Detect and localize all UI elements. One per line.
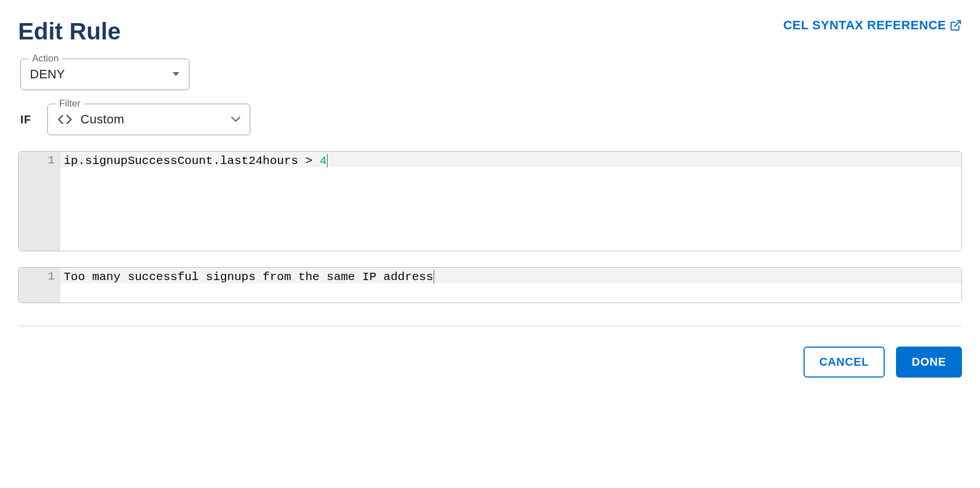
divider [18,326,962,326]
action-label: Action [29,53,62,64]
editor-gutter: 1 [19,152,60,251]
external-link-icon [950,19,962,32]
cancel-button[interactable]: CANCEL [804,347,885,378]
editor-gutter: 1 [19,268,60,303]
text-cursor [327,154,328,167]
code-area[interactable]: Too many successful signups from the sam… [60,268,961,303]
caret-down-icon [172,72,180,77]
done-button[interactable]: DONE [896,347,962,378]
editor-blank-area [60,167,961,251]
message-text: Too many successful signups from the sam… [64,270,433,283]
action-select[interactable]: Action DENY [20,59,189,90]
code-number: 4 [320,154,327,167]
page-title: Edit Rule [18,18,121,45]
action-value: DENY [30,67,172,82]
message-editor[interactable]: 1 Too many successful signups from the s… [18,267,962,303]
cel-syntax-reference-label: CEL SYNTAX REFERENCE [783,18,946,33]
text-cursor [434,270,434,283]
editor-blank-area [60,283,961,303]
code-area[interactable]: ip.signupSuccessCount.last24hours > 4 [60,152,961,251]
filter-value: Custom [81,112,231,127]
filter-select[interactable]: Filter Custom [47,104,250,135]
code-text: ip.signupSuccessCount.last24hours > [64,154,320,167]
cel-syntax-reference-link[interactable]: CEL SYNTAX REFERENCE [783,18,962,33]
svg-line-0 [955,21,960,26]
expression-editor[interactable]: 1 ip.signupSuccessCount.last24hours > 4 [18,151,962,251]
line-number: 1 [19,270,55,283]
code-icon [57,114,73,125]
filter-label: Filter [56,98,84,109]
line-number: 1 [19,154,55,167]
chevron-down-icon [231,116,241,123]
if-label: IF [20,113,32,126]
